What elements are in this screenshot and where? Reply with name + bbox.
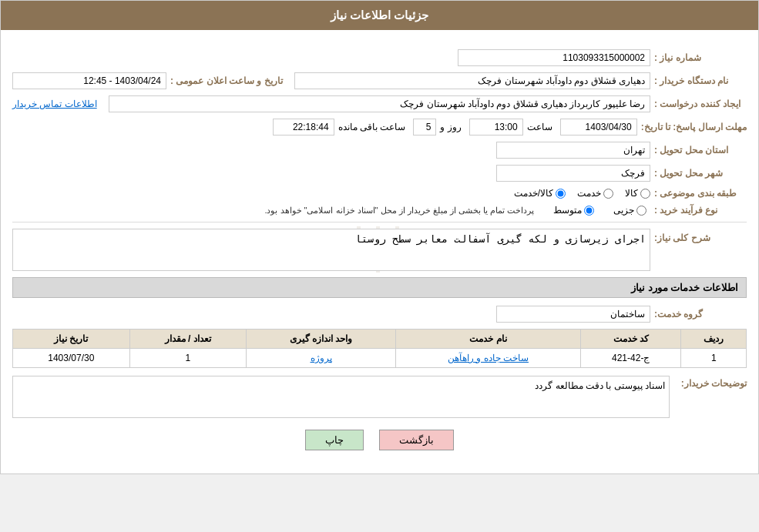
need-number-label: شماره نیاز : [654,52,747,63]
process-motavaset-radio[interactable]: متوسط [553,205,594,216]
category-khedmat-radio[interactable]: خدمت [577,188,613,199]
public-date-value: 1403/04/24 - 12:45 [12,72,166,89]
response-days-label: روز و [440,122,461,132]
delivery-province-label: استان محل تحویل : [654,145,747,156]
buyer-org-label: نام دستگاه خریدار : [654,75,747,86]
cell-service-code: ج-42-421 [580,349,681,368]
category-kala-khedmat-radio[interactable]: کالا/خدمت [514,188,566,199]
buyer-notes-label: توضیحات خریدار: [677,376,747,389]
process-jozei-input[interactable] [636,206,646,216]
process-type-label: نوع فرآیند خرید : [654,205,747,216]
col-service-code: کد خدمت [580,330,681,349]
col-unit: واحد اندازه گیری [247,330,396,349]
col-quantity: تعداد / مقدار [129,330,246,349]
delivery-city-value: فرچک [496,165,650,182]
category-kala-label: کالا [625,188,638,199]
response-time: 13:00 [469,119,523,136]
col-need-date: تاریخ نیاز [13,330,130,349]
category-kala-khedmat-label: کالا/خدمت [514,188,553,199]
cell-service-name: ساخت جاده و راهآهن [396,349,581,368]
services-table-container: ردیف کد خدمت نام خدمت واحد اندازه گیری ت… [12,329,747,368]
process-note: پرداخت تمام یا بخشی از مبلغ خریدار از مح… [12,206,534,216]
response-remaining: 22:18:44 [273,119,334,136]
category-kala-khedmat-input[interactable] [556,189,566,199]
back-button[interactable]: بازگشت [379,430,454,450]
service-group-label: گروه خدمت: [654,309,747,320]
need-number-value: 1103093315000002 [458,49,650,66]
category-kala-input[interactable] [640,189,650,199]
process-jozei-label: جزیی [613,205,634,216]
cell-need-date: 1403/07/30 [13,349,130,368]
service-group-value: ساختمان [496,306,650,323]
delivery-city-label: شهر محل تحویل : [654,168,747,179]
cell-row-num: 1 [681,349,747,368]
category-label: طبقه بندی موضوعی : [654,188,747,199]
response-time-label: ساعت [527,122,552,132]
creator-label: ایجاد کننده درخواست : [654,99,747,109]
need-description-textarea[interactable]: اجرای زیرسازی و لکه گیری آسفالت معابر سط… [12,229,650,271]
need-description-label: شرح کلی نیاز: [654,229,747,243]
cell-quantity: 1 [129,349,246,368]
category-kala-radio[interactable]: کالا [625,188,650,199]
process-jozei-radio[interactable]: جزیی [613,205,646,216]
public-date-label: تاریخ و ساعت اعلان عمومی : [170,75,283,86]
cell-unit: پروژه [247,349,396,368]
category-khedmat-input[interactable] [603,189,613,199]
col-row-num: ردیف [681,330,747,349]
response-deadline-label: مهلت ارسال پاسخ: تا تاریخ: [641,122,747,132]
contact-info-link[interactable]: اطلاعات تماس خریدار [12,99,97,109]
col-service-name: نام خدمت [396,330,581,349]
services-table: ردیف کد خدمت نام خدمت واحد اندازه گیری ت… [12,329,747,368]
response-date: 1403/04/30 [560,119,637,136]
delivery-province-value: تهران [496,142,650,159]
process-motavaset-input[interactable] [584,206,594,216]
creator-value: رضا علیپور کاربرداز دهیاری قشلاق دوم داو… [109,95,650,112]
response-days: 5 [413,119,436,136]
button-row: بازگشت چاپ [12,430,747,462]
buyer-notes-text: اسناد پیوستی با دقت مطالعه گردد [535,380,665,391]
buyer-org-value: دهیاری قشلاق دوم داودآباد شهرستان فرچک [294,72,650,89]
response-remaining-label: ساعت باقی مانده [338,122,406,132]
process-motavaset-label: متوسط [553,205,582,216]
page-title: جزئیات اطلاعات نیاز [1,1,758,30]
buyer-notes-value: اسناد پیوستی با دقت مطالعه گردد [12,376,670,418]
category-khedmat-label: خدمت [577,188,601,199]
table-row: 1 ج-42-421 ساخت جاده و راهآهن پروژه 1 14… [13,349,747,368]
services-title: اطلاعات خدمات مورد نیاز [12,277,747,298]
print-button[interactable]: چاپ [305,430,364,450]
